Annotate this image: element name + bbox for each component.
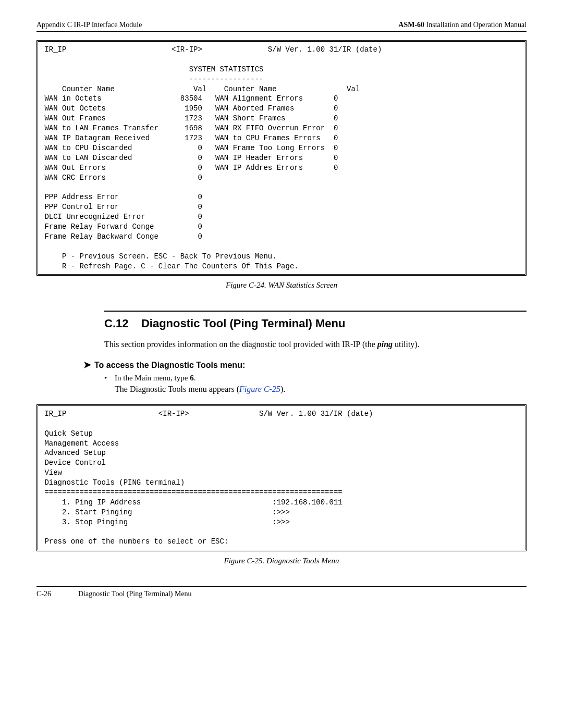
footer-title: Diagnostic Tool (Ping Terminal) Menu [78, 590, 192, 598]
bullet-icon: • [104, 374, 115, 382]
footer-rule [36, 586, 527, 590]
figure-c24-caption: Figure C-24. WAN Statistics Screen [36, 281, 527, 290]
header-right: ASM-60 Installation and Operation Manual [398, 21, 527, 29]
header-left: Appendix C IR-IP Interface Module [36, 21, 142, 29]
procedure-heading: ➤To access the Diagnostic Tools menu: [83, 359, 527, 371]
wan-stats-terminal: IR_IP <IR-IP> S/W Ver. 1.00 31/IR (date)… [36, 40, 527, 276]
figure-c25-caption: Figure C-25. Diagnostic Tools Menu [36, 557, 527, 565]
page-footer: C-26 Diagnostic Tool (Ping Terminal) Men… [36, 590, 527, 598]
arrow-icon: ➤ [83, 360, 91, 370]
figure-ref-link[interactable]: Figure C-25 [239, 385, 280, 393]
list-item: • In the Main menu, type 6. [104, 374, 527, 382]
procedure-result: The Diagnostic Tools menu appears (Figur… [115, 385, 527, 394]
page-header: Appendix C IR-IP Interface Module ASM-60… [36, 21, 527, 32]
section-rule [104, 311, 527, 312]
section-paragraph: This section provides information on the… [104, 339, 527, 350]
diagnostic-tools-terminal: IR_IP <IR-IP> S/W Ver. 1.00 31/IR (date)… [36, 404, 527, 551]
section-heading: C.12 Diagnostic Tool (Ping Terminal) Men… [104, 317, 527, 330]
page-number: C-26 [36, 590, 78, 598]
